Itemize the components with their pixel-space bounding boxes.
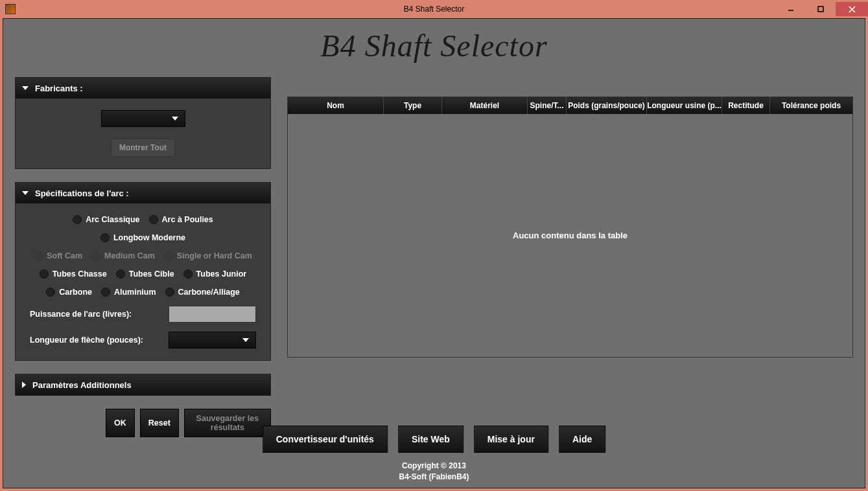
table-empty-message: Aucun contenu dans la table: [513, 231, 628, 240]
table-header-cell[interactable]: Spine/T...: [528, 97, 567, 114]
arrow-length-row: Longueur de flèche (pouces):: [30, 332, 256, 348]
radio-option: Soft Cam: [34, 251, 82, 260]
bow-power-label: Puissance de l'arc (livres):: [30, 310, 132, 319]
panel-bowspecs: Spécifications de l'arc : Arc ClassiqueA…: [15, 182, 271, 361]
table-header-cell[interactable]: Type: [384, 97, 442, 114]
table-header-cell[interactable]: Rectitude: [722, 97, 770, 114]
window-title: B4 Shaft Selector: [404, 5, 464, 14]
save-results-button[interactable]: Sauvegarder les résultats: [184, 409, 271, 437]
radio-label: Tubes Chasse: [53, 269, 107, 279]
help-button[interactable]: Aide: [559, 426, 605, 453]
copyright-line1: Copyright © 2013: [399, 461, 469, 472]
radio-label: Longbow Moderne: [113, 233, 185, 242]
radio-label: Single or Hard Cam: [177, 251, 252, 260]
table-header-cell[interactable]: Poids (grains/pouce): [567, 97, 647, 114]
radio-icon: [183, 269, 193, 279]
radio-icon: [73, 215, 82, 224]
bow-power-row: Puissance de l'arc (livres):: [30, 306, 256, 323]
radio-icon: [40, 269, 49, 279]
app-frame: B4 Shaft Selector Fabricants : Montrer T…: [3, 18, 865, 488]
table-header-cell[interactable]: Nom: [288, 97, 384, 114]
close-button[interactable]: [836, 2, 868, 16]
chevron-down-icon: [22, 86, 29, 90]
table-header-row: NomTypeMatérielSpine/T...Poids (grains/p…: [288, 97, 852, 114]
maximize-button[interactable]: [806, 2, 836, 16]
radio-icon: [101, 288, 110, 297]
table-header-cell[interactable]: Longueur usine (p...: [647, 97, 722, 114]
copyright-line2: B4-Soft (FabienB4): [399, 472, 469, 483]
radio-icon: [100, 233, 110, 242]
cam-type-row: Soft CamMedium CamSingle or Hard Cam: [30, 251, 256, 260]
window-controls: [776, 2, 868, 16]
radio-icon: [165, 288, 174, 297]
chevron-down-icon: [242, 338, 249, 342]
radio-option[interactable]: Longbow Moderne: [100, 233, 185, 242]
unit-converter-button[interactable]: Convertisseur d'unités: [263, 426, 388, 453]
radio-label: Carbone/Alliage: [178, 288, 240, 297]
radio-option[interactable]: Carbone/Alliage: [165, 288, 240, 297]
radio-option[interactable]: Carbone: [46, 288, 92, 297]
radio-option[interactable]: Arc Classique: [73, 215, 139, 224]
radio-icon: [46, 288, 55, 297]
ok-button[interactable]: OK: [106, 409, 135, 437]
chevron-down-icon: [22, 191, 29, 195]
radio-option[interactable]: Tubes Chasse: [40, 269, 107, 279]
bottom-button-row: Convertisseur d'unités Site Web Mise à j…: [263, 426, 606, 453]
titlebar: B4 Shaft Selector: [0, 0, 868, 18]
radio-option: Single or Hard Cam: [164, 251, 252, 260]
radio-option: Medium Cam: [91, 251, 155, 260]
minimize-button[interactable]: [776, 2, 806, 16]
radio-label: Arc à Poulies: [162, 215, 213, 224]
table-body: Aucun contenu dans la table: [288, 114, 852, 357]
arrow-length-dropdown[interactable]: [169, 332, 256, 348]
radio-label: Carbone: [59, 288, 92, 297]
panel-manufacturers-title: Fabricants :: [35, 84, 83, 93]
panel-additional-title: Paramètres Additionnels: [32, 380, 132, 390]
tube-type-row: Tubes ChasseTubes CibleTubes Junior: [30, 269, 256, 279]
bow-power-input[interactable]: [169, 306, 256, 323]
svg-rect-1: [818, 6, 823, 12]
left-column: Fabricants : Montrer Tout Spécifications…: [15, 77, 271, 437]
radio-icon: [116, 269, 125, 279]
radio-label: Arc Classique: [86, 215, 139, 224]
maximize-icon: [817, 6, 824, 12]
copyright: Copyright © 2013 B4-Soft (FabienB4): [399, 461, 469, 483]
update-button[interactable]: Mise à jour: [474, 426, 548, 453]
panel-additional-header[interactable]: Paramètres Additionnels: [16, 374, 270, 395]
panel-manufacturers-header[interactable]: Fabricants :: [16, 78, 270, 98]
action-row: OK Reset Sauvegarder les résultats: [106, 409, 271, 437]
radio-icon: [34, 251, 43, 260]
website-button[interactable]: Site Web: [398, 426, 463, 453]
manufacturer-dropdown[interactable]: [101, 110, 185, 127]
panel-manufacturers-body: Montrer Tout: [16, 98, 270, 168]
arrow-length-label: Longueur de flèche (pouces):: [30, 336, 143, 345]
minimize-icon: [788, 6, 794, 12]
material-row: CarboneAluminiumCarbone/Alliage: [30, 288, 256, 297]
radio-option[interactable]: Aluminium: [101, 288, 156, 297]
panel-bowspecs-body: Arc ClassiqueArc à PouliesLongbow Modern…: [16, 203, 270, 360]
radio-option[interactable]: Arc à Poulies: [149, 215, 213, 224]
radio-option[interactable]: Tubes Cible: [116, 269, 174, 279]
results-table: NomTypeMatérielSpine/T...Poids (grains/p…: [287, 97, 853, 358]
radio-option[interactable]: Tubes Junior: [183, 269, 247, 279]
radio-label: Tubes Cible: [129, 269, 174, 279]
chevron-right-icon: [22, 382, 26, 388]
panel-bowspecs-title: Spécifications de l'arc :: [35, 188, 129, 198]
panel-manufacturers: Fabricants : Montrer Tout: [15, 77, 271, 169]
bow-type-row: Arc ClassiqueArc à PouliesLongbow Modern…: [30, 215, 256, 242]
radio-icon: [149, 215, 158, 224]
radio-label: Aluminium: [114, 288, 156, 297]
reset-button[interactable]: Reset: [140, 409, 179, 437]
radio-label: Soft Cam: [47, 251, 82, 260]
content: Fabricants : Montrer Tout Spécifications…: [15, 77, 853, 488]
panel-bowspecs-header[interactable]: Spécifications de l'arc :: [16, 183, 270, 203]
radio-label: Tubes Junior: [196, 269, 247, 279]
radio-label: Medium Cam: [104, 251, 155, 260]
close-icon: [849, 6, 856, 13]
show-all-button[interactable]: Montrer Tout: [111, 139, 175, 157]
table-header-cell[interactable]: Tolérance poids: [770, 97, 852, 114]
chevron-down-icon: [172, 117, 178, 120]
panel-additional: Paramètres Additionnels: [15, 374, 271, 396]
table-header-cell[interactable]: Matériel: [442, 97, 528, 114]
radio-icon: [164, 251, 173, 260]
